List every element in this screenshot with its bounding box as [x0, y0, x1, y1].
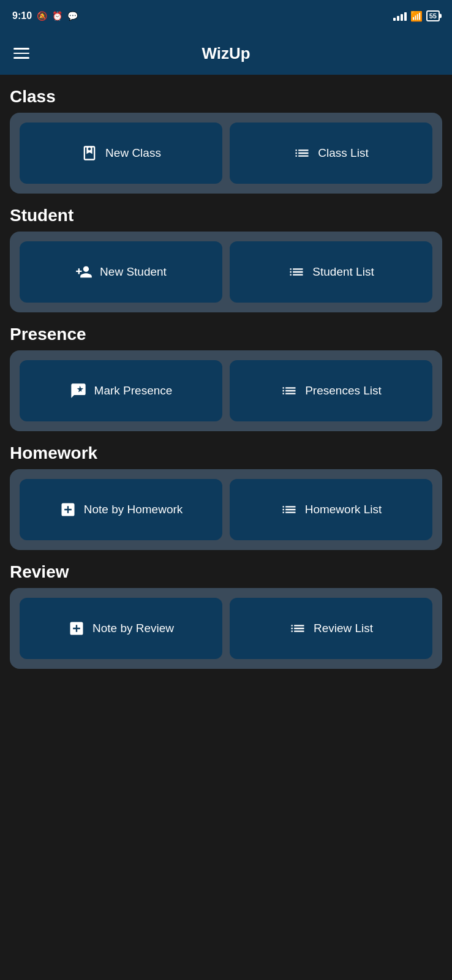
- app-header: WizUp: [0, 32, 452, 75]
- homework-section-card: Note by Homework Homework List: [10, 469, 442, 550]
- student-section-label: Student: [10, 206, 442, 225]
- note-by-homework-button[interactable]: Note by Homework: [20, 479, 222, 540]
- presences-list-icon: [281, 382, 298, 399]
- presence-section-label: Presence: [10, 325, 442, 344]
- book-icon: [81, 145, 98, 162]
- review-list-button[interactable]: Review List: [230, 598, 432, 659]
- wifi-icon: 📶: [410, 10, 423, 22]
- student-list-button[interactable]: Student List: [230, 241, 432, 303]
- review-list-label: Review List: [314, 622, 373, 635]
- presence-button-row: Mark Presence Presences List: [20, 360, 432, 421]
- review-list-icon: [289, 620, 306, 637]
- status-right: 📶 55: [393, 10, 440, 22]
- homework-list-label: Homework List: [305, 503, 382, 516]
- note-by-review-label: Note by Review: [92, 622, 174, 635]
- status-bar: 9:10 🔕 ⏰ 💬 📶 55: [0, 0, 452, 32]
- class-button-row: New Class Class List: [20, 123, 432, 184]
- review-section-card: Note by Review Review List: [10, 588, 442, 669]
- note-homework-icon: [59, 501, 77, 518]
- homework-button-row: Note by Homework Homework List: [20, 479, 432, 540]
- student-button-row: New Student Student List: [20, 241, 432, 303]
- class-section: Class New Class Class List: [10, 87, 442, 194]
- mark-presence-icon: [70, 382, 87, 399]
- homework-list-button[interactable]: Homework List: [230, 479, 432, 540]
- app-title: WizUp: [202, 44, 250, 63]
- new-class-button[interactable]: New Class: [20, 123, 222, 184]
- time-display: 9:10: [12, 10, 32, 21]
- new-class-label: New Class: [105, 146, 161, 160]
- class-section-label: Class: [10, 87, 442, 107]
- class-list-button[interactable]: Class List: [230, 123, 432, 184]
- class-section-card: New Class Class List: [10, 113, 442, 194]
- class-list-label: Class List: [318, 146, 368, 160]
- note-review-icon: [68, 620, 85, 637]
- student-section: Student New Student Student List: [10, 206, 442, 312]
- presences-list-button[interactable]: Presences List: [230, 360, 432, 421]
- status-left: 9:10 🔕 ⏰ 💬: [12, 10, 78, 21]
- mark-presence-button[interactable]: Mark Presence: [20, 360, 222, 421]
- review-section: Review Note by Review Review List: [10, 562, 442, 669]
- review-button-row: Note by Review Review List: [20, 598, 432, 659]
- mark-presence-label: Mark Presence: [94, 384, 173, 398]
- battery-icon: 55: [426, 10, 440, 21]
- presence-section-card: Mark Presence Presences List: [10, 350, 442, 431]
- list-icon: [293, 145, 311, 162]
- homework-section: Homework Note by Homework Homework List: [10, 443, 442, 550]
- note-by-homework-label: Note by Homework: [84, 503, 183, 516]
- main-content: Class New Class Class List Student: [0, 75, 452, 681]
- student-list-icon: [288, 263, 305, 281]
- student-list-label: Student List: [312, 265, 374, 279]
- menu-line-1: [13, 48, 29, 50]
- new-student-label: New Student: [100, 265, 167, 279]
- homework-list-icon: [281, 501, 298, 518]
- menu-button[interactable]: [13, 48, 29, 59]
- mute-icon: 🔕: [37, 11, 47, 21]
- whatsapp-icon: 💬: [67, 11, 78, 21]
- signal-icon: [393, 11, 407, 21]
- new-student-button[interactable]: New Student: [20, 241, 222, 303]
- add-person-icon: [75, 263, 92, 281]
- alarm-icon: ⏰: [52, 11, 62, 21]
- review-section-label: Review: [10, 562, 442, 582]
- menu-line-3: [13, 57, 29, 59]
- homework-section-label: Homework: [10, 443, 442, 463]
- presences-list-label: Presences List: [305, 384, 382, 398]
- menu-line-2: [13, 53, 29, 55]
- student-section-card: New Student Student List: [10, 232, 442, 312]
- note-by-review-button[interactable]: Note by Review: [20, 598, 222, 659]
- presence-section: Presence Mark Presence Presences List: [10, 325, 442, 431]
